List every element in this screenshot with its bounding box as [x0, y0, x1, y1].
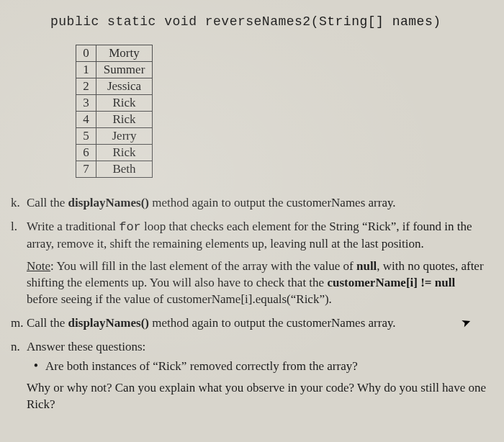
null-check-expr: customerName[i] != null [327, 276, 455, 289]
table-row: 3Rick [76, 95, 153, 112]
bullet-text: Are both instances of “Rick” removed cor… [45, 358, 487, 375]
body-m: Call the displayNames() method again to … [27, 315, 487, 332]
array-index: 2 [76, 78, 96, 95]
text: : You will fill in the last element of t… [50, 259, 356, 273]
followup-text: Why or why not? Can you explain what you… [27, 380, 487, 413]
array-index: 3 [76, 95, 96, 112]
intro-text: Answer these questions: [27, 339, 487, 356]
array-value: Beth [96, 161, 153, 178]
question-l: l. Write a traditional for loop that che… [11, 219, 493, 308]
body-n: Answer these questions: • Are both insta… [27, 339, 487, 414]
text: Write a traditional [27, 220, 119, 233]
array-value: Jerry [96, 128, 153, 145]
text: before seeing if the value of customerNa… [27, 292, 332, 306]
array-value: Summer [96, 62, 153, 78]
array-value: Rick [96, 145, 153, 161]
table-row: 4Rick [76, 112, 153, 128]
label-m: m. [11, 315, 27, 332]
method-name: displayNames() [68, 196, 149, 209]
array-index: 7 [76, 161, 96, 178]
text: Call the [27, 196, 68, 209]
array-value: Rick [96, 112, 153, 128]
null-value: null [356, 259, 377, 273]
label-l: l. [11, 219, 27, 308]
body-l: Write a traditional for loop that checks… [27, 219, 487, 308]
table-row: 5Jerry [76, 128, 153, 145]
method-name: displayNames() [68, 316, 149, 330]
text: method again to output the customerNames… [149, 196, 396, 209]
table-row: 2Jessica [76, 78, 153, 95]
array-table: 0Morty1Summer2Jessica3Rick4Rick5Jerry6Ri… [76, 45, 153, 178]
bullet-dot-icon: • [27, 358, 45, 375]
table-row: 0Morty [76, 45, 153, 62]
body-k: Call the displayNames() method again to … [27, 195, 487, 212]
array-value: Morty [96, 45, 153, 62]
question-k: k. Call the displayNames() method again … [11, 195, 493, 212]
question-m: m. Call the displayNames() method again … [11, 315, 493, 332]
label-k: k. [11, 195, 27, 212]
note-paragraph: Note: You will fill in the last element … [27, 258, 487, 308]
array-value: Jessica [96, 78, 153, 95]
text: method again to output the customerNames… [149, 316, 396, 330]
question-n: n. Answer these questions: • Are both in… [11, 339, 493, 414]
array-index: 5 [76, 128, 96, 145]
table-row: 7Beth [76, 161, 153, 178]
bullet-item: • Are both instances of “Rick” removed c… [27, 358, 487, 375]
table-row: 1Summer [76, 62, 153, 78]
text: Call the [27, 316, 68, 330]
array-index: 1 [76, 62, 96, 78]
array-value: Rick [96, 95, 153, 112]
array-index: 0 [76, 45, 96, 62]
label-n: n. [11, 339, 27, 414]
question-list: k. Call the displayNames() method again … [11, 195, 493, 413]
table-row: 6Rick [76, 145, 153, 161]
array-index: 4 [76, 112, 96, 128]
note-label: Note [27, 259, 50, 273]
array-index: 6 [76, 145, 96, 161]
method-signature: public static void reverseNames2(String[… [11, 14, 493, 29]
keyword-for: for [119, 220, 141, 234]
